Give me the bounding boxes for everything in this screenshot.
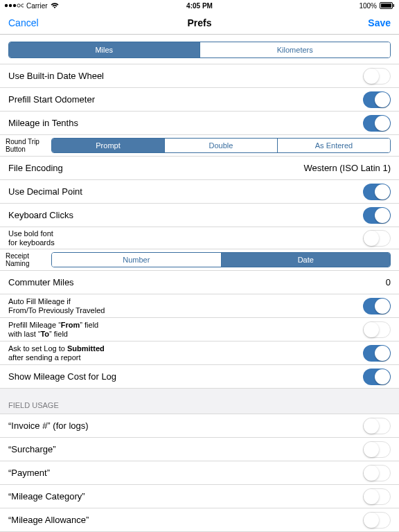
svg-point-0 bbox=[5, 4, 8, 7]
row-mileage-tenths[interactable]: Mileage in Tenths bbox=[0, 112, 399, 135]
round-trip-label: Round Trip Button bbox=[6, 138, 47, 153]
seg-double[interactable]: Double bbox=[164, 139, 277, 152]
round-trip-segmented[interactable]: Prompt Double As Entered bbox=[51, 138, 391, 153]
toggle-mileage-allow[interactable] bbox=[363, 512, 391, 529]
battery-icon bbox=[380, 2, 395, 9]
row-file-encoding[interactable]: File Encoding Western (ISO Latin 1) bbox=[0, 157, 399, 180]
row-field-surcharge[interactable]: “Surcharge” bbox=[0, 438, 399, 461]
page-title: Prefs bbox=[0, 17, 399, 28]
row-prefill-from[interactable]: Prefill Mileage “From” fieldwith last “T… bbox=[0, 318, 399, 342]
row-ask-submitted[interactable]: Ask to set Log to Submittedafter sending… bbox=[0, 342, 399, 365]
seg-kilometers[interactable]: Kilometers bbox=[200, 42, 391, 57]
receipt-naming-segmented[interactable]: Number Date bbox=[51, 252, 391, 267]
carrier-label: Carrier bbox=[26, 2, 48, 10]
row-autofill-mileage[interactable]: Auto Fill Mileage if From/To Previously … bbox=[0, 294, 399, 318]
section-field-usage: FIELD USAGE bbox=[0, 389, 399, 414]
seg-date[interactable]: Date bbox=[221, 253, 391, 267]
signal-dots-icon bbox=[4, 3, 24, 8]
toggle-invoice[interactable] bbox=[363, 418, 391, 434]
toggle-prefill-from[interactable] bbox=[363, 321, 391, 338]
row-prefill-odometer[interactable]: Prefill Start Odometer bbox=[0, 88, 399, 112]
svg-point-2 bbox=[13, 4, 16, 7]
svg-rect-7 bbox=[393, 4, 395, 7]
toggle-decimal-point[interactable] bbox=[363, 184, 391, 200]
receipt-naming-label: Receipt Naming bbox=[6, 252, 47, 267]
svg-point-4 bbox=[21, 4, 24, 7]
file-encoding-value: Western (ISO Latin 1) bbox=[304, 163, 391, 173]
seg-prompt[interactable]: Prompt bbox=[52, 139, 164, 152]
wifi-icon bbox=[51, 3, 59, 9]
row-bold-font[interactable]: Use bold font for keyboards bbox=[0, 227, 399, 249]
toggle-payment[interactable] bbox=[363, 465, 391, 481]
toggle-prefill-odometer[interactable] bbox=[363, 91, 391, 108]
seg-miles[interactable]: Miles bbox=[9, 42, 200, 57]
row-builtin-wheel[interactable]: Use Built-in Date Wheel bbox=[0, 64, 399, 88]
row-commuter-miles[interactable]: Commuter Miles 0 bbox=[0, 271, 399, 294]
toggle-mileage-cat[interactable] bbox=[363, 488, 391, 505]
row-field-mileage-allow[interactable]: “Mileage Allowance” bbox=[0, 508, 399, 532]
row-field-mileage-cat[interactable]: “Mileage Category” bbox=[0, 485, 399, 508]
row-keyboard-clicks[interactable]: Keyboard Clicks bbox=[0, 204, 399, 227]
status-bar: Carrier 4:05 PM 100% bbox=[0, 0, 399, 11]
toggle-autofill-mileage[interactable] bbox=[363, 298, 391, 314]
svg-point-3 bbox=[17, 4, 20, 7]
save-button[interactable]: Save bbox=[368, 17, 391, 28]
row-field-invoice[interactable]: “Invoice #” (for logs) bbox=[0, 414, 399, 438]
toggle-keyboard-clicks[interactable] bbox=[363, 207, 391, 224]
units-segmented[interactable]: Miles Kilometers bbox=[8, 42, 391, 58]
row-decimal-point[interactable]: Use Decimal Point bbox=[0, 180, 399, 204]
seg-as-entered[interactable]: As Entered bbox=[277, 139, 390, 152]
svg-point-1 bbox=[9, 4, 12, 7]
toggle-surcharge[interactable] bbox=[363, 441, 391, 458]
status-time: 4:05 PM bbox=[0, 2, 399, 10]
row-field-payment[interactable]: “Payment” bbox=[0, 461, 399, 485]
seg-number[interactable]: Number bbox=[52, 253, 221, 267]
row-show-cost[interactable]: Show Mileage Cost for Log bbox=[0, 365, 399, 389]
toggle-ask-submitted[interactable] bbox=[363, 345, 391, 362]
cancel-button[interactable]: Cancel bbox=[8, 17, 39, 28]
content-scroll[interactable]: Miles Kilometers Use Built-in Date Wheel… bbox=[0, 35, 399, 532]
nav-bar: Cancel Prefs Save bbox=[0, 11, 399, 35]
svg-rect-6 bbox=[381, 3, 391, 8]
toggle-builtin-wheel[interactable] bbox=[363, 68, 391, 85]
toggle-mileage-tenths[interactable] bbox=[363, 115, 391, 132]
commuter-value: 0 bbox=[386, 277, 391, 287]
battery-percent: 100% bbox=[359, 2, 377, 10]
toggle-show-cost[interactable] bbox=[363, 369, 391, 385]
toggle-bold-font[interactable] bbox=[363, 230, 391, 247]
